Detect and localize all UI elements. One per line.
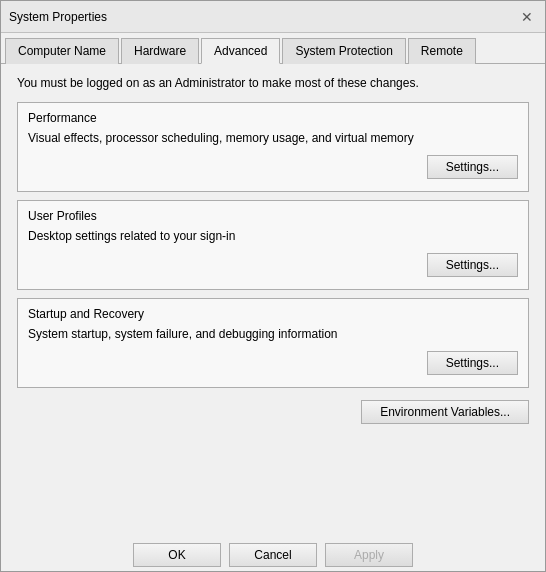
- footer-buttons: OK Cancel Apply: [1, 535, 545, 571]
- env-variables-button[interactable]: Environment Variables...: [361, 400, 529, 424]
- tab-computer-name[interactable]: Computer Name: [5, 38, 119, 64]
- ok-button[interactable]: OK: [133, 543, 221, 567]
- startup-recovery-settings-button[interactable]: Settings...: [427, 351, 518, 375]
- apply-button[interactable]: Apply: [325, 543, 413, 567]
- tab-system-protection[interactable]: System Protection: [282, 38, 405, 64]
- user-profiles-desc: Desktop settings related to your sign-in: [28, 229, 518, 243]
- admin-notice: You must be logged on as an Administrato…: [17, 76, 529, 90]
- tab-remote[interactable]: Remote: [408, 38, 476, 64]
- startup-recovery-title: Startup and Recovery: [28, 307, 518, 321]
- system-properties-window: System Properties ✕ Computer Name Hardwa…: [0, 0, 546, 572]
- startup-recovery-desc: System startup, system failure, and debu…: [28, 327, 518, 341]
- title-bar: System Properties ✕: [1, 1, 545, 33]
- tab-bar: Computer Name Hardware Advanced System P…: [1, 33, 545, 64]
- tab-hardware[interactable]: Hardware: [121, 38, 199, 64]
- performance-section: Performance Visual effects, processor sc…: [17, 102, 529, 192]
- tab-advanced[interactable]: Advanced: [201, 38, 280, 64]
- user-profiles-title: User Profiles: [28, 209, 518, 223]
- env-variables-row: Environment Variables...: [17, 396, 529, 424]
- performance-settings-button[interactable]: Settings...: [427, 155, 518, 179]
- performance-desc: Visual effects, processor scheduling, me…: [28, 131, 518, 145]
- performance-title: Performance: [28, 111, 518, 125]
- window-title: System Properties: [9, 10, 107, 24]
- close-button[interactable]: ✕: [517, 7, 537, 27]
- cancel-button[interactable]: Cancel: [229, 543, 317, 567]
- main-content: You must be logged on as an Administrato…: [1, 64, 545, 535]
- user-profiles-section: User Profiles Desktop settings related t…: [17, 200, 529, 290]
- user-profiles-settings-button[interactable]: Settings...: [427, 253, 518, 277]
- startup-recovery-section: Startup and Recovery System startup, sys…: [17, 298, 529, 388]
